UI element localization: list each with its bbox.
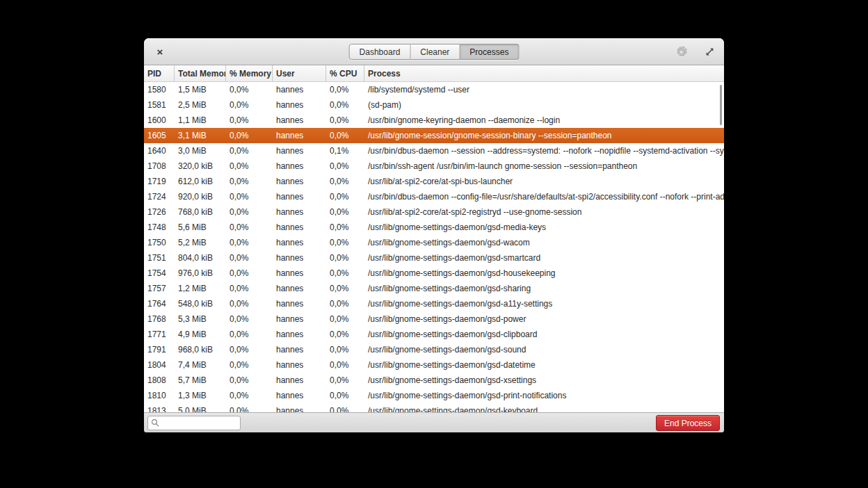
table-row[interactable]: 1764548,0 kiB0,0%hannes0,0%/usr/lib/gnom… [144,296,724,311]
cell-percent_cpu: 0,0% [326,174,364,189]
cell-percent_cpu: 0,0% [326,327,364,342]
table-row[interactable]: 17485,6 MiB0,0%hannes0,0%/usr/lib/gnome-… [144,220,724,235]
cell-percent_cpu: 0,0% [326,266,364,281]
headerbar: × Dashboard Cleaner Processes [144,38,724,65]
cell-process: /usr/lib/gnome-settings-daemon/gsd-house… [364,266,724,281]
cell-user: hannes [273,281,326,296]
cell-percent_memory: 0,0% [226,388,273,403]
cell-process: /usr/bin/dbus-daemon --session --address… [364,143,724,158]
table-row[interactable]: 1791968,0 kiB0,0%hannes0,0%/usr/lib/gnom… [144,342,724,357]
cell-total_memory: 320,0 kiB [175,158,226,174]
cell-pid: 1810 [144,388,175,403]
headerbar-actions [673,38,718,65]
tab-dashboard[interactable]: Dashboard [349,44,411,60]
column-header-total-memory[interactable]: Total Memory [175,65,226,81]
tab-cleaner[interactable]: Cleaner [410,44,460,60]
end-process-button[interactable]: End Process [656,415,720,431]
cell-percent_cpu: 0,0% [326,220,364,235]
table-row[interactable]: 18101,3 MiB0,0%hannes0,0%/usr/lib/gnome-… [144,388,724,403]
task-manager-window: × Dashboard Cleaner Processes [144,38,724,432]
cell-user: hannes [273,158,326,174]
column-header-percent-memory[interactable]: % Memory [226,65,273,81]
cell-pid: 1708 [144,158,175,174]
table-row[interactable]: 17714,9 MiB0,0%hannes0,0%/usr/lib/gnome-… [144,327,724,342]
cell-total_memory: 920,0 kiB [175,189,226,204]
table-row[interactable]: 17571,2 MiB0,0%hannes0,0%/usr/lib/gnome-… [144,281,724,296]
settings-button[interactable] [673,43,691,61]
cell-total_memory: 5,3 MiB [175,311,226,327]
cell-percent_memory: 0,0% [226,250,273,266]
table-row[interactable]: 1726768,0 kiB0,0%hannes0,0%/usr/lib/at-s… [144,204,724,220]
cell-pid: 1580 [144,82,175,97]
cell-total_memory: 5,2 MiB [175,235,226,250]
cell-percent_cpu: 0,0% [326,373,364,388]
cell-pid: 1804 [144,357,175,373]
table-row[interactable]: 18085,7 MiB0,0%hannes0,0%/usr/lib/gnome-… [144,373,724,388]
cell-percent_memory: 0,0% [226,327,273,342]
table-row[interactable]: 1719612,0 kiB0,0%hannes0,0%/usr/lib/at-s… [144,174,724,189]
cell-process: /usr/lib/gnome-session/gnome-session-bin… [364,128,724,143]
vertical-scrollbar[interactable] [720,85,722,125]
cell-process: /usr/lib/gnome-settings-daemon/gsd-keybo… [364,403,724,412]
cell-pid: 1600 [144,113,175,128]
tab-processes[interactable]: Processes [460,44,519,60]
cell-pid: 1771 [144,327,175,342]
cell-user: hannes [273,235,326,250]
table-row[interactable]: 16053,1 MiB0,0%hannes0,0%/usr/lib/gnome-… [144,128,724,143]
cell-process: /usr/lib/gnome-settings-daemon/gsd-print… [364,388,724,403]
cell-percent_memory: 0,0% [226,204,273,220]
cell-total_memory: 5,7 MiB [175,373,226,388]
search-icon [151,418,160,428]
cell-percent_cpu: 0,0% [326,113,364,128]
cell-percent_cpu: 0,0% [326,388,364,403]
search-input[interactable] [162,418,237,428]
cell-user: hannes [273,388,326,403]
cell-total_memory: 548,0 kiB [175,296,226,311]
cell-process: /usr/lib/gnome-settings-daemon/gsd-a11y-… [364,296,724,311]
cell-percent_memory: 0,0% [226,82,273,97]
table-row[interactable]: 1724920,0 kiB0,0%hannes0,0%/usr/bin/dbus… [144,189,724,204]
cell-process: /usr/bin/dbus-daemon --config-file=/usr/… [364,189,724,204]
cell-user: hannes [273,266,326,281]
cell-process: /usr/lib/at-spi2-core/at-spi2-registryd … [364,204,724,220]
cell-pid: 1726 [144,204,175,220]
table-row[interactable]: 1754976,0 kiB0,0%hannes0,0%/usr/lib/gnom… [144,266,724,281]
table-row[interactable]: 17685,3 MiB0,0%hannes0,0%/usr/lib/gnome-… [144,311,724,327]
table-row[interactable]: 18135,0 MiB0,0%hannes0,0%/usr/lib/gnome-… [144,403,724,412]
table-row[interactable]: 15801,5 MiB0,0%hannes0,0%/lib/systemd/sy… [144,82,724,97]
table-row[interactable]: 16001,1 MiB0,0%hannes0,0%/usr/bin/gnome-… [144,113,724,128]
cell-process: /usr/lib/gnome-settings-daemon/gsd-power [364,311,724,327]
cell-percent_memory: 0,0% [226,128,273,143]
table-row[interactable]: 1708320,0 kiB0,0%hannes0,0%/usr/bin/ssh-… [144,158,724,174]
table-row[interactable]: 17505,2 MiB0,0%hannes0,0%/usr/lib/gnome-… [144,235,724,250]
close-button[interactable]: × [151,42,169,61]
cell-percent_cpu: 0,0% [326,250,364,266]
table-row[interactable]: 15812,5 MiB0,0%hannes0,0%(sd-pam) [144,97,724,113]
cell-pid: 1750 [144,235,175,250]
cell-user: hannes [273,204,326,220]
cell-pid: 1813 [144,403,175,412]
column-header-pid[interactable]: PID [144,65,175,81]
cell-total_memory: 3,1 MiB [175,128,226,143]
cell-total_memory: 1,3 MiB [175,388,226,403]
cell-percent_cpu: 0,0% [326,189,364,204]
cell-user: hannes [273,327,326,342]
cell-percent_memory: 0,0% [226,342,273,357]
column-header-percent-cpu[interactable]: % CPU [326,65,364,81]
column-header-user[interactable]: User [273,65,326,81]
table-row[interactable]: 16403,0 MiB0,0%hannes0,1%/usr/bin/dbus-d… [144,143,724,158]
expand-arrows-icon [705,47,715,57]
cell-percent_cpu: 0,0% [326,296,364,311]
table-row[interactable]: 1751804,0 kiB0,0%hannes0,0%/usr/lib/gnom… [144,250,724,266]
column-header-process[interactable]: Process [364,65,724,81]
cell-user: hannes [273,250,326,266]
search-box[interactable] [147,416,241,430]
cell-percent_cpu: 0,0% [326,311,364,327]
cell-process: /usr/lib/gnome-settings-daemon/gsd-media… [364,220,724,235]
table-row[interactable]: 18047,4 MiB0,0%hannes0,0%/usr/lib/gnome-… [144,357,724,373]
fullscreen-button[interactable] [700,43,718,61]
cell-process: /usr/lib/gnome-settings-daemon/gsd-sound [364,342,724,357]
cell-total_memory: 1,1 MiB [175,113,226,128]
cell-user: hannes [273,128,326,143]
cell-process: /usr/lib/gnome-settings-daemon/gsd-clipb… [364,327,724,342]
